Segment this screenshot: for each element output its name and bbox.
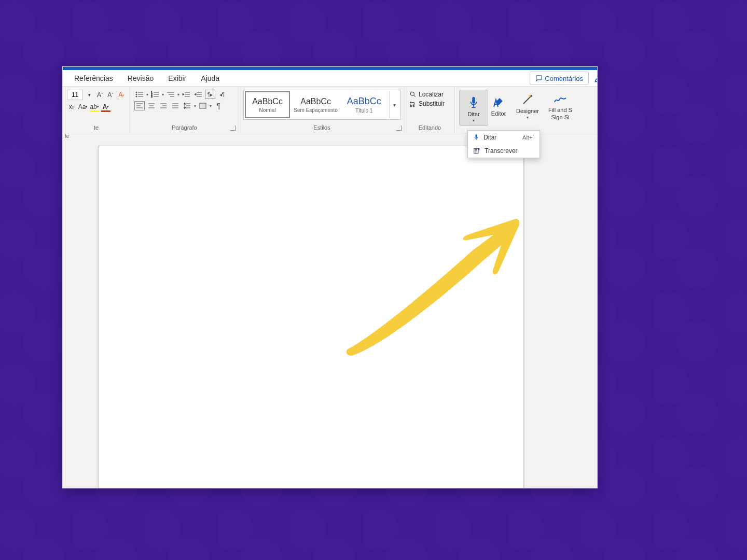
tab-referencias[interactable]: Referências	[67, 70, 120, 86]
designer-label: Designer	[516, 108, 539, 114]
change-case-icon[interactable]: Aa▾	[78, 102, 88, 111]
shrink-font-icon[interactable]: A˅	[106, 90, 115, 100]
right-tools: Editor Designer ▾ Fill and S Sign Si	[484, 87, 578, 133]
svg-marker-18	[183, 93, 184, 95]
svg-point-0	[136, 92, 137, 93]
comments-button[interactable]: Comentários	[530, 72, 589, 85]
grow-font-icon[interactable]: A˄	[96, 90, 104, 100]
style-titulo-1[interactable]: AaBbCc Título 1	[341, 91, 386, 118]
ruler-fragment: te	[63, 133, 69, 139]
edit-pencil-icon[interactable]	[594, 73, 598, 83]
increase-indent-icon[interactable]	[193, 90, 203, 99]
styles-more-button[interactable]: ▾	[390, 91, 399, 118]
transcribe-icon	[473, 147, 480, 155]
style-preview: AaBbCc	[300, 97, 331, 106]
shading-icon[interactable]	[198, 101, 208, 110]
styles-group: AaBbCc Normal AaBbCc Sem Espaçamento AaB…	[239, 87, 405, 133]
comments-label: Comentários	[545, 75, 583, 82]
font-size-chevron-icon[interactable]: ▾	[85, 90, 93, 100]
menu-ditar-label: Ditar	[483, 134, 496, 141]
menu-transcrever-label: Transcrever	[485, 147, 518, 155]
rtl-icon[interactable]: ◂¶	[217, 90, 227, 99]
svg-rect-45	[472, 97, 475, 104]
chevron-down-icon: ▾	[473, 118, 475, 123]
menu-transcrever[interactable]: Transcrever	[468, 144, 540, 158]
clear-formatting-icon[interactable]: Aᵩ	[117, 90, 126, 100]
microphone-icon	[466, 95, 481, 110]
decrease-indent-icon[interactable]	[181, 90, 191, 99]
svg-rect-49	[476, 134, 477, 138]
editor-button[interactable]: Editor	[484, 87, 513, 123]
editor-icon	[491, 95, 506, 109]
editor-label: Editor	[491, 110, 506, 117]
designer-button[interactable]: Designer ▾	[513, 87, 542, 123]
dictate-dropdown: Ditar Alt+` Transcrever	[467, 130, 540, 158]
svg-line-42	[413, 95, 415, 96]
ribbon: 11 ▾ A˄ A˅ Aᵩ x2 Aa▾ ab▾ A▾ te	[63, 87, 597, 133]
svg-text:b: b	[410, 104, 412, 107]
show-marks-icon[interactable]: ¶	[213, 101, 224, 110]
style-normal[interactable]: AaBbCc Normal	[245, 91, 290, 118]
font-group: 11 ▾ A˄ A˅ Aᵩ x2 Aa▾ ab▾ A▾ te	[63, 87, 130, 133]
svg-point-4	[136, 96, 137, 97]
svg-marker-39	[184, 107, 186, 109]
align-center-icon[interactable]	[146, 101, 157, 110]
tab-revisao[interactable]: Revisão	[120, 70, 161, 86]
style-name-label: Sem Espaçamento	[294, 107, 338, 113]
tab-exibir[interactable]: Exibir	[161, 70, 193, 86]
superscript-icon[interactable]: x2	[67, 102, 76, 111]
ribbon-tabs: Referências Revisão Exibir Ajuda Comentá…	[63, 70, 597, 87]
highlight-icon[interactable]: ab▾	[90, 102, 99, 111]
editing-group: Localizar bc Substituir Editando	[405, 87, 455, 133]
svg-marker-38	[184, 103, 186, 104]
svg-point-41	[410, 92, 414, 95]
dictate-label: Ditar	[467, 111, 479, 117]
styles-launcher-icon[interactable]	[396, 125, 402, 131]
styles-group-label: Estilos	[243, 124, 400, 132]
style-name-label: Normal	[259, 107, 275, 113]
styles-gallery: AaBbCc Normal AaBbCc Sem Espaçamento AaB…	[243, 90, 400, 120]
bullets-icon[interactable]	[134, 90, 145, 99]
font-color-icon[interactable]: A▾	[101, 102, 110, 111]
style-preview: AaBbCc	[252, 97, 283, 106]
paragraph-group: ▾ 123 ▾ ▾ ¶▸ ◂¶	[130, 87, 239, 133]
ltr-icon[interactable]: ¶▸	[205, 90, 215, 99]
font-size-input[interactable]: 11	[67, 90, 83, 100]
fill-and-sign-button[interactable]: Fill and S Sign Si	[542, 87, 578, 123]
multilevel-list-icon[interactable]	[165, 90, 176, 99]
fill-sign-label2: Sign Si	[551, 114, 570, 120]
document-area: te	[63, 133, 597, 488]
replace-label: Substituir	[419, 100, 445, 107]
sign-icon	[553, 91, 568, 106]
svg-rect-40	[200, 103, 206, 108]
tab-ajuda[interactable]: Ajuda	[193, 70, 227, 86]
svg-point-2	[136, 94, 137, 95]
svg-text:3: 3	[151, 95, 153, 98]
paragraph-group-label: Parágrafo	[134, 124, 234, 132]
chevron-down-icon: ▾	[527, 115, 529, 120]
microphone-icon	[473, 134, 479, 141]
replace-button[interactable]: bc Substituir	[409, 99, 450, 108]
align-left-icon[interactable]	[134, 101, 145, 110]
menu-ditar-shortcut: Alt+`	[522, 134, 534, 141]
editing-group-label: Editando	[409, 124, 450, 132]
justify-icon[interactable]	[170, 101, 181, 110]
menu-ditar[interactable]: Ditar Alt+`	[468, 131, 540, 144]
numbering-icon[interactable]: 123	[150, 90, 160, 99]
svg-text:c: c	[413, 104, 414, 107]
svg-rect-55	[478, 148, 479, 150]
search-icon	[409, 91, 417, 98]
side-panel	[524, 146, 597, 488]
line-spacing-icon[interactable]	[182, 101, 192, 110]
paragraph-launcher-icon[interactable]	[230, 125, 236, 131]
align-right-icon[interactable]	[158, 101, 169, 110]
document-page[interactable]	[98, 146, 523, 488]
replace-icon: bc	[409, 100, 417, 107]
find-button[interactable]: Localizar	[409, 90, 450, 99]
fill-sign-label1: Fill and S	[548, 107, 572, 113]
style-sem-espacamento[interactable]: AaBbCc Sem Espaçamento	[293, 91, 338, 118]
svg-marker-22	[195, 93, 196, 95]
voice-group: Ditar ▾	[455, 87, 484, 133]
word-window: Referências Revisão Exibir Ajuda Comentá…	[62, 66, 598, 488]
font-group-label: te	[67, 124, 126, 132]
